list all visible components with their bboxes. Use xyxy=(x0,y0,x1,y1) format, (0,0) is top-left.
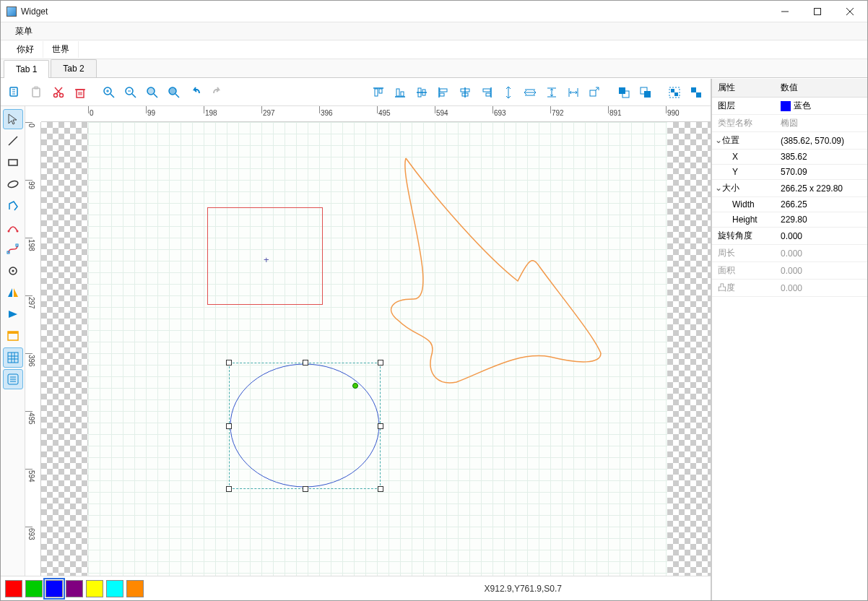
zoom-out-button[interactable] xyxy=(121,82,141,103)
horizontal-ruler: 099198297396495594693792891990 xyxy=(41,106,711,122)
svg-point-26 xyxy=(147,87,155,95)
image-tool[interactable] xyxy=(3,326,23,346)
color-swatch-0[interactable] xyxy=(5,580,22,597)
layer-color-icon xyxy=(781,101,791,111)
rotate-tool[interactable] xyxy=(3,304,23,324)
svg-rect-8 xyxy=(32,88,40,97)
handle-e[interactable] xyxy=(378,423,383,429)
mirror-tool[interactable] xyxy=(3,282,23,303)
prop-row-height[interactable]: Height229.80 xyxy=(712,212,867,228)
copy-button[interactable] xyxy=(5,82,25,103)
close-button[interactable] xyxy=(833,1,866,22)
align-vcenter-button[interactable] xyxy=(412,82,432,103)
group-button[interactable] xyxy=(664,82,685,103)
zoom-actual-button[interactable] xyxy=(164,82,184,103)
handle-nw[interactable] xyxy=(226,360,232,366)
prop-row-size[interactable]: ⌄大小266.25 x 229.80 xyxy=(712,180,867,197)
svg-rect-74 xyxy=(16,244,18,246)
align-left-button[interactable] xyxy=(433,82,453,103)
undo-button[interactable] xyxy=(186,82,206,103)
same-height-button[interactable] xyxy=(542,82,562,103)
color-swatch-3[interactable] xyxy=(66,580,83,597)
ellipse-tool[interactable] xyxy=(3,174,23,194)
zoom-fit-button[interactable] xyxy=(142,82,162,103)
redo-button[interactable] xyxy=(207,82,227,103)
svg-rect-32 xyxy=(379,89,382,93)
select-tool[interactable] xyxy=(3,109,23,129)
handle-w[interactable] xyxy=(226,423,232,429)
color-swatch-2[interactable] xyxy=(45,580,63,597)
send-backward-button[interactable] xyxy=(635,82,656,103)
prop-row-width[interactable]: Width266.25 xyxy=(712,197,867,212)
align-top-button[interactable] xyxy=(368,82,389,103)
svg-line-29 xyxy=(175,94,179,98)
rotate-handle[interactable] xyxy=(352,383,358,389)
minimize-button[interactable] xyxy=(768,1,801,22)
same-width-button[interactable] xyxy=(563,82,583,103)
align-hcenter-button[interactable] xyxy=(455,82,475,103)
svg-point-70 xyxy=(7,180,19,189)
handle-n[interactable] xyxy=(303,360,308,366)
svg-rect-35 xyxy=(401,92,404,96)
menu-world[interactable]: 世界 xyxy=(43,41,79,58)
properties-panel: 属性数值 图层蓝色 类型名称椭圆 ⌄位置(385.62, 570.09) X38… xyxy=(711,79,867,600)
distribute-v-button[interactable] xyxy=(498,82,518,103)
point-tool[interactable] xyxy=(3,261,23,281)
canvas-margin-right xyxy=(667,122,711,576)
align-right-button[interactable] xyxy=(477,82,497,103)
selection-box[interactable] xyxy=(229,363,381,489)
rectangle-tool[interactable] xyxy=(3,152,23,173)
maximize-button[interactable] xyxy=(801,1,833,22)
same-size-button[interactable] xyxy=(585,82,605,103)
handle-se[interactable] xyxy=(378,486,383,492)
canvas-margin-left xyxy=(41,122,88,576)
prop-row-position[interactable]: ⌄位置(385.62, 570.09) xyxy=(712,132,867,150)
bezier-tool[interactable] xyxy=(3,239,23,259)
paste-button[interactable] xyxy=(27,82,47,103)
color-swatch-1[interactable] xyxy=(25,580,43,597)
zoom-in-button[interactable] xyxy=(99,82,119,103)
prop-row-x[interactable]: X385.62 xyxy=(712,150,867,165)
arc-tool[interactable] xyxy=(3,217,23,238)
canvas-wrap: 099198297396495594693792891990 099198297… xyxy=(25,106,711,576)
tab-1[interactable]: Tab 1 xyxy=(4,60,49,78)
prop-row-rotation[interactable]: 旋转角度0.000 xyxy=(712,228,867,245)
svg-rect-78 xyxy=(8,332,18,334)
svg-rect-1 xyxy=(814,8,820,14)
editor-column: 099198297396495594693792891990 099198297… xyxy=(1,79,711,600)
app-window: Widget 菜单 你好 世界 Tab 1 Tab 2 xyxy=(0,0,868,601)
drawing-surface[interactable]: + xyxy=(88,122,667,576)
handle-sw[interactable] xyxy=(226,486,232,492)
drawing-canvas[interactable]: + xyxy=(41,122,711,576)
menu-hello[interactable]: 你好 xyxy=(8,41,43,58)
ungroup-button[interactable] xyxy=(686,82,706,103)
svg-rect-69 xyxy=(9,160,17,165)
line-tool[interactable] xyxy=(3,131,23,151)
prop-row-layer[interactable]: 图层蓝色 xyxy=(712,98,867,115)
vertical-ruler: 099198297396495594693 xyxy=(25,122,41,576)
cut-button[interactable] xyxy=(48,82,69,103)
handle-s[interactable] xyxy=(303,486,308,492)
props-header-attr: 属性 xyxy=(712,79,775,98)
titlebar: Widget xyxy=(1,1,867,22)
tab-2[interactable]: Tab 2 xyxy=(51,59,96,77)
menu-main[interactable]: 菜单 xyxy=(8,23,40,40)
color-swatch-5[interactable] xyxy=(106,580,123,597)
align-bottom-button[interactable] xyxy=(390,82,410,103)
polygon-tool[interactable] xyxy=(3,196,23,216)
window-title: Widget xyxy=(21,7,768,17)
list-tool[interactable] xyxy=(3,369,23,389)
svg-rect-47 xyxy=(486,93,490,96)
svg-line-27 xyxy=(154,94,157,98)
handle-ne[interactable] xyxy=(378,360,383,366)
prop-row-y[interactable]: Y570.09 xyxy=(712,165,867,180)
shape-freehand-arrow[interactable] xyxy=(377,155,615,386)
color-swatch-6[interactable] xyxy=(126,580,144,597)
color-swatch-4[interactable] xyxy=(86,580,103,597)
bring-forward-button[interactable] xyxy=(614,82,634,103)
grid-tool[interactable] xyxy=(3,347,23,368)
svg-rect-79 xyxy=(8,353,18,363)
distribute-h-button[interactable] xyxy=(520,82,540,103)
delete-button[interactable] xyxy=(70,82,90,103)
svg-rect-34 xyxy=(396,89,399,96)
